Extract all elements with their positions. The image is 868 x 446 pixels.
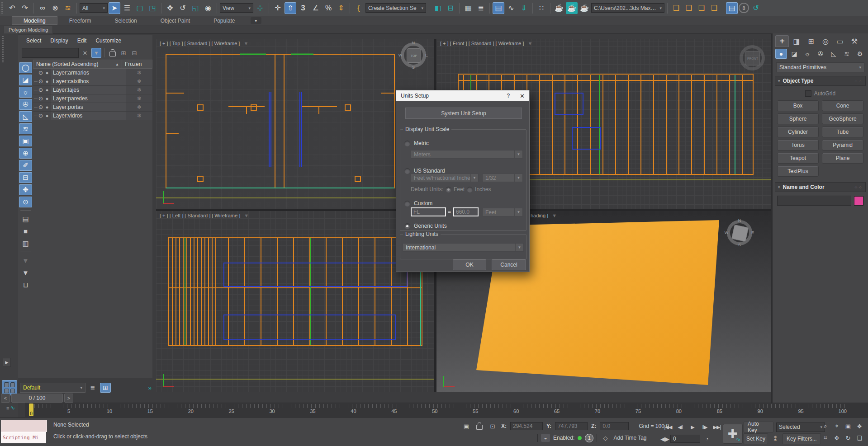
feet-label[interactable]: Feet [454, 186, 465, 192]
max-creation-graph-icon[interactable]: ∷ [536, 2, 547, 14]
layer-row[interactable]: ⊙ ● Layer:paredes ❄ [33, 94, 152, 103]
primitive-button[interactable]: Cylinder [777, 127, 819, 137]
select-and-move-icon[interactable]: ✥ [164, 2, 176, 14]
frozen-toggle-icon[interactable]: ❄ [126, 112, 152, 120]
ribbon-config-dropdown[interactable]: ▾ [251, 17, 262, 24]
next-frame-nav-button[interactable]: > [64, 394, 73, 403]
per-view-filter-icon[interactable]: ▼ [243, 41, 248, 46]
render-production-icon[interactable]: ☕ [579, 2, 590, 14]
viewport-left[interactable]: [ + ] [ Left ] [ Standard ] [ Wireframe … [156, 211, 434, 392]
zoom-extents-all-icon[interactable]: ❖ [854, 422, 864, 431]
viewcube[interactable]: TOP N W E S [401, 42, 426, 68]
metric-label[interactable]: Metric [414, 140, 429, 146]
region-zoom-icon[interactable]: ⌗ [821, 433, 830, 442]
ribbon-section-polygon-modeling[interactable]: Polygon Modeling [4, 26, 53, 34]
keyable-icons-icon[interactable]: ⁑ [770, 434, 780, 443]
tab-display[interactable]: ▭ [833, 35, 847, 47]
mirror-icon[interactable]: ◧ [432, 2, 444, 14]
metric-radio[interactable] [404, 141, 410, 146]
filter-lights-icon[interactable]: ☼ [19, 87, 32, 98]
layer-color-dot-icon[interactable]: ● [44, 70, 50, 75]
toggle-layer-explorer-icon[interactable]: ▦ [462, 2, 474, 14]
align-icon[interactable]: ⊟ [445, 2, 456, 14]
frozen-toggle-icon[interactable]: ❄ [126, 86, 152, 94]
object-type-rollout[interactable]: ▾ Object Type ⁘⁘ [775, 76, 866, 86]
primitive-button[interactable]: Torus [777, 140, 819, 150]
layer-color-dot-icon[interactable]: ● [44, 104, 50, 110]
go-to-end-button[interactable]: ▶▶| [711, 423, 723, 432]
ok-button[interactable]: OK [453, 259, 486, 270]
primitive-button[interactable]: TextPlus [777, 166, 819, 177]
name-and-color-rollout[interactable]: ▾ Name and Color ⁘⁘ [775, 182, 866, 192]
layer-color-dot-icon[interactable]: ● [44, 87, 50, 93]
previous-frame-button[interactable]: ◀‖ [674, 423, 686, 432]
select-and-manipulate-icon[interactable]: ✛ [272, 2, 284, 14]
custom-value-input[interactable]: 660.0 [453, 207, 479, 216]
redo-icon[interactable]: ↷ [19, 2, 31, 14]
tab-hierarchy[interactable]: ⊞ [804, 35, 818, 47]
zoom-all-icon[interactable]: ⌖ [832, 422, 842, 431]
category-geometry[interactable]: ● [775, 49, 787, 59]
expand-hierarchy-icon[interactable]: ⊞ [119, 48, 128, 57]
window-crossing-toggle-icon[interactable]: ◳ [147, 2, 158, 14]
system-unit-setup-button[interactable]: System Unit Setup [405, 108, 522, 119]
custom-scale-dropdown[interactable]: Feet ▼ [482, 208, 523, 216]
visibility-eye-icon[interactable]: ⊙ [38, 113, 44, 119]
layout-preset-dropdown[interactable]: Default ▾ [20, 383, 85, 393]
frame-counter[interactable]: 0 / 100 [11, 394, 63, 403]
layer-name[interactable]: Layer:vidros [51, 112, 126, 120]
filter-funnel-icon[interactable]: ▼ [91, 48, 101, 58]
x-coordinate-field[interactable]: 294.524 [510, 422, 543, 430]
undo-icon[interactable]: ↶ [6, 2, 18, 14]
primitive-button[interactable]: Plane [822, 153, 863, 164]
snap-3d-icon[interactable]: 3 [297, 2, 309, 14]
more-chevrons-icon[interactable]: » [148, 385, 152, 391]
primitive-category-dropdown[interactable]: Standard Primitives ▾ [776, 62, 864, 72]
tab-create[interactable]: + [775, 35, 789, 47]
explorer-search-input[interactable] [22, 48, 79, 58]
animation-layers-icon[interactable]: ◒ [541, 434, 550, 442]
layer-row[interactable]: ⊙ ● Layer:armarios ❄ [33, 69, 152, 77]
category-lights[interactable]: ☼ [802, 49, 813, 59]
display-expanded-icon[interactable]: ▤ [19, 214, 32, 225]
per-view-filter-icon[interactable]: ▼ [244, 213, 249, 218]
layer-row[interactable]: ⊙ ● Layer:portas ❄ [33, 103, 152, 112]
selection-set-dropdown[interactable]: Selected ▾ [776, 423, 825, 432]
layer-row[interactable]: ⊙ ● Layer:vidros ❄ [33, 112, 152, 120]
current-frame-field[interactable]: 0 [670, 435, 700, 443]
visibility-eye-icon[interactable]: ⊙ [38, 78, 44, 85]
select-object-icon[interactable]: ➤ [109, 2, 120, 14]
isolate-selection-icon[interactable]: ▣ [461, 422, 471, 431]
y-coordinate-field[interactable]: 747.793 [555, 422, 588, 430]
viewport-top-label[interactable]: [ + ] [ Top ] [ Standard ] [ Wireframe ] [160, 41, 240, 46]
time-slider-track[interactable]: 5101520253035404550556065707580859095100… [25, 403, 868, 417]
viewport-layout-icon[interactable] [2, 380, 17, 395]
visibility-eye-icon[interactable]: ⊙ [38, 104, 44, 110]
tab-motion[interactable]: ◎ [819, 35, 832, 47]
custom-radio[interactable] [404, 201, 410, 207]
us-standard-label[interactable]: US Standard [414, 168, 445, 174]
primitive-button[interactable]: Box [777, 100, 819, 111]
default-feet-radio[interactable] [446, 187, 451, 192]
collapse-hierarchy-icon[interactable]: ⊟ [130, 48, 139, 57]
viewcube[interactable]: N W E S [727, 220, 752, 245]
absolute-mode-icon[interactable]: ⊡ [488, 422, 498, 431]
visibility-eye-icon[interactable]: ⊙ [38, 87, 44, 93]
add-time-tag[interactable]: Add Time Tag [613, 435, 646, 441]
previous-frame-nav-button[interactable]: < [1, 394, 10, 403]
pan-view-icon[interactable]: ✥ [832, 433, 842, 442]
primitive-button[interactable]: Teapot [777, 153, 819, 164]
select-and-place-icon[interactable]: ◉ [202, 2, 214, 14]
select-by-name-icon[interactable]: ☰ [121, 2, 133, 14]
snaps-toggle-icon[interactable]: ⇧ [285, 2, 296, 14]
collect-icon[interactable]: ⊔ [19, 280, 32, 291]
open-script-icon[interactable]: ❑ [683, 2, 695, 14]
use-pivot-point-center-icon[interactable]: ⊹ [254, 2, 266, 14]
us-unit-dropdown[interactable]: Feet w/Fractional Inches ▼ [411, 174, 479, 182]
zoom-extents-icon[interactable]: ▣ [843, 422, 853, 431]
set-key-button[interactable]: Set Key [744, 433, 768, 444]
filter-space-warps-icon[interactable]: ≋ [19, 123, 32, 134]
filter-shapes-icon[interactable]: ◪ [19, 75, 32, 85]
orbit-icon[interactable]: ↻ [843, 433, 853, 442]
next-frame-button[interactable]: ‖▶ [699, 423, 711, 432]
